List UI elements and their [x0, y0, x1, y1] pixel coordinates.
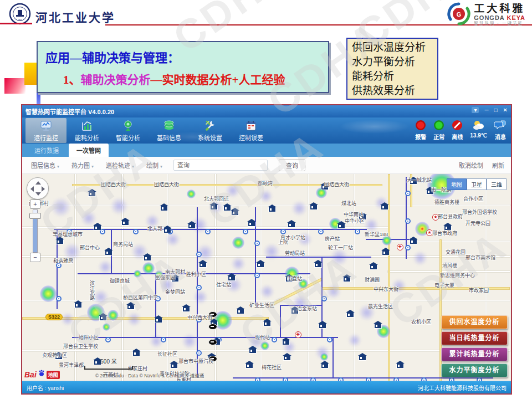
map-type-卫星[interactable]: 卫星 [467, 178, 487, 190]
maximize-icon[interactable]: □ [494, 107, 498, 113]
map-label: 中兴东大街 [374, 285, 398, 293]
zoom-out-button[interactable]: − [30, 253, 40, 262]
analysis-button[interactable]: 累计耗热量分析 [441, 347, 508, 361]
minimize-icon[interactable]: ─ [484, 107, 488, 113]
nav-item-smart-analysis[interactable]: 智能分析 [108, 118, 149, 143]
pipe-node-icon [196, 252, 202, 257]
toolbar-action-取消绘制[interactable]: 取消绘制 [459, 161, 483, 170]
heat-blob [108, 310, 119, 321]
nav-item-monitor[interactable]: 运行监控 [25, 118, 66, 143]
toolbar-action-刷新[interactable]: 刷新 [492, 161, 504, 170]
status-item-weather[interactable]: 13.9℃ [470, 120, 487, 141]
dropdown-热力图[interactable]: 热力图▾ [71, 161, 94, 170]
nav-item-energy-chart[interactable]: 能耗分析 [66, 118, 108, 143]
chevron-down-icon: ▾ [57, 164, 59, 169]
nav-item-tools[interactable]: 系统设置 [190, 118, 231, 143]
dropdown-绘制[interactable]: 绘制▾ [146, 161, 162, 170]
heat-halo [127, 312, 141, 326]
heat-halo [260, 284, 274, 299]
map-label: S322 [45, 314, 63, 320]
pipe-node-icon [393, 377, 399, 381]
note-line: 供回水温度分析 [352, 40, 437, 55]
main-nav: 运行监控能耗分析智能分析基础信息系统设置控制误差 报警正常离线13.9℃消息 [22, 117, 511, 144]
nav-item-calendar[interactable]: 控制误差 [231, 118, 272, 143]
status-group: 报警正常离线13.9℃消息 [415, 120, 507, 141]
nav-item-database[interactable]: 基础信息 [149, 118, 190, 143]
building-icon [232, 211, 238, 215]
map-type-三维[interactable]: 三维 [487, 178, 507, 190]
map-label: 现代站 [255, 334, 270, 341]
energy-chart-icon [81, 119, 93, 132]
analysis-button[interactable]: 水力平衡度分析 [441, 364, 508, 377]
building-icon [375, 324, 381, 328]
pipe-node-icon [196, 350, 202, 356]
svg-text:G: G [457, 11, 462, 18]
nav-label: 基础信息 [157, 133, 181, 142]
statusbar-company: 河北工大科雅能源科技股份有限公司 [418, 383, 507, 392]
note-line: 水力平衡分析 [352, 55, 437, 69]
pan-left-icon[interactable] [30, 186, 34, 192]
building-icon [310, 205, 317, 209]
pipe-node-icon [405, 245, 411, 250]
paw-icon [38, 370, 45, 380]
map-label: 农机小区 [411, 318, 431, 325]
heat-blob [232, 237, 244, 249]
status-item-normal[interactable]: 正常 [433, 120, 444, 141]
building-icon [382, 250, 389, 255]
pipe-node-icon [105, 337, 111, 342]
pan-down-icon[interactable] [35, 192, 41, 196]
status-item-offline[interactable]: 离线 [452, 120, 463, 141]
valve-icon [208, 324, 217, 330]
status-item-alarm[interactable]: 报警 [415, 120, 426, 141]
company-name-cn: 工大科雅 [474, 3, 525, 14]
window-menu-icon[interactable]: ▾ [472, 107, 479, 113]
svg-text:1903: 1903 [18, 19, 22, 21]
map-label: 大—城北站 [407, 176, 432, 183]
message-icon [494, 120, 507, 132]
zoom-in-button[interactable]: + [30, 200, 40, 209]
tab-一次管网[interactable]: 一次管网 [69, 144, 109, 157]
nav-label: 运行监控 [34, 133, 58, 142]
building-icon [100, 316, 106, 320]
dropdown-巡检轨迹[interactable]: 巡检轨迹▾ [106, 161, 134, 170]
map-type-地图[interactable]: 地图 [447, 178, 467, 190]
status-label: 消息 [495, 132, 506, 141]
building-icon [257, 263, 264, 267]
map-label: 电子大厦 [434, 282, 454, 289]
close-icon[interactable]: ✕ [503, 107, 508, 113]
building-icon [370, 265, 377, 269]
decoration-red [4, 78, 25, 94]
building-icon [171, 364, 177, 368]
pan-right-icon[interactable] [42, 186, 45, 192]
pipe-node-icon [366, 377, 371, 381]
building-icon [133, 351, 140, 356]
map-label: 都颐湾 [258, 180, 273, 187]
search-button[interactable]: 查询 [279, 159, 305, 171]
pipe-node-icon [255, 377, 260, 381]
pipe-segment [332, 337, 334, 378]
analysis-button[interactable]: 当日耗热量分析 [441, 331, 508, 345]
pipe-node-icon [254, 241, 260, 246]
building-icon [248, 222, 255, 226]
title-box: 应用—辅助决策与管理： 1、辅助决策分析—实时数据分析+人工经验 [37, 41, 329, 93]
pipe-node-icon [205, 229, 211, 234]
map-canvas[interactable]: + − 地图卫星三维 500 米 Bai 地图 © 2 [22, 174, 511, 381]
search-input[interactable] [173, 160, 268, 171]
app-statusbar: 用户名 : yanshi 河北工大科雅能源科技股份有限公司 [22, 381, 511, 393]
building-icon [321, 364, 328, 368]
map-pan-control[interactable] [27, 177, 49, 200]
offline-icon [452, 120, 463, 132]
heat-halo [291, 201, 307, 216]
zoom-slider-handle[interactable] [29, 213, 41, 219]
chevron-down-icon: ▾ [160, 164, 162, 169]
building-icon [94, 226, 101, 230]
status-item-message[interactable]: 消息 [494, 120, 507, 141]
analysis-button[interactable]: 供回水温度分析 [441, 315, 508, 329]
dropdown-图层信息[interactable]: 图层信息▾ [31, 161, 59, 170]
building-icon [224, 206, 231, 211]
tab-运行数据[interactable]: 运行数据 [27, 144, 66, 157]
heat-halo [61, 313, 74, 326]
pan-up-icon[interactable] [35, 181, 41, 185]
heat-blob [134, 270, 141, 278]
dropdown-label: 巡检轨迹 [106, 162, 130, 169]
